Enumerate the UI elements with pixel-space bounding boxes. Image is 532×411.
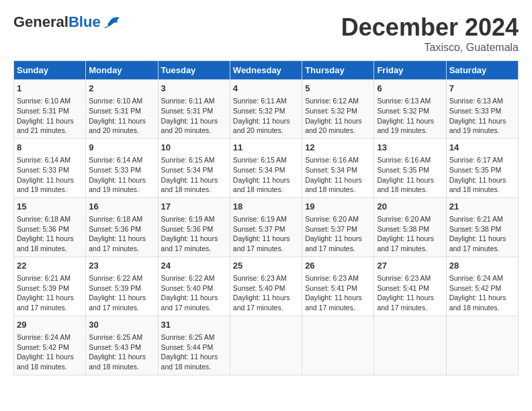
- day-number: 5: [305, 83, 371, 95]
- weekday-header-sunday: Sunday: [14, 61, 86, 80]
- day-number: 29: [17, 319, 83, 331]
- day-info-line: and 17 minutes.: [305, 303, 371, 313]
- day-info-line: Daylight: 11 hours: [17, 234, 83, 244]
- day-number: 2: [89, 83, 154, 95]
- day-info-line: Daylight: 11 hours: [233, 116, 299, 126]
- day-number: 13: [377, 142, 443, 154]
- calendar-cell: 4Sunrise: 6:11 AMSunset: 5:32 PMDaylight…: [230, 80, 302, 139]
- week-row-2: 8Sunrise: 6:14 AMSunset: 5:33 PMDaylight…: [14, 138, 519, 197]
- day-info-line: and 18 minutes.: [377, 185, 443, 195]
- day-info-line: and 20 minutes.: [161, 126, 227, 136]
- day-info-line: Daylight: 11 hours: [17, 352, 83, 362]
- day-info-line: and 17 minutes.: [377, 303, 443, 313]
- calendar-cell: 18Sunrise: 6:19 AMSunset: 5:37 PMDayligh…: [230, 197, 302, 257]
- day-info-line: Daylight: 11 hours: [161, 293, 227, 303]
- day-info-line: Sunrise: 6:14 AM: [89, 155, 154, 165]
- day-info-line: and 19 minutes.: [89, 185, 154, 195]
- day-info-line: and 20 minutes.: [89, 126, 154, 136]
- day-info-line: Daylight: 11 hours: [161, 234, 227, 244]
- day-info-line: Sunrise: 6:23 AM: [377, 273, 443, 283]
- calendar-cell: 9Sunrise: 6:14 AMSunset: 5:33 PMDaylight…: [86, 138, 158, 197]
- calendar-cell: 27Sunrise: 6:23 AMSunset: 5:41 PMDayligh…: [374, 257, 446, 316]
- calendar-cell: 7Sunrise: 6:13 AMSunset: 5:33 PMDaylight…: [446, 80, 518, 139]
- day-info-line: Daylight: 11 hours: [89, 234, 154, 244]
- day-info-line: Daylight: 11 hours: [89, 352, 154, 362]
- week-row-1: 1Sunrise: 6:10 AMSunset: 5:31 PMDaylight…: [14, 80, 519, 139]
- day-number: 18: [233, 201, 299, 213]
- day-info-line: Daylight: 11 hours: [161, 175, 227, 185]
- day-number: 15: [17, 201, 83, 213]
- day-info-line: Sunset: 5:32 PM: [305, 106, 371, 116]
- calendar-cell: 20Sunrise: 6:20 AMSunset: 5:38 PMDayligh…: [374, 197, 446, 257]
- day-number: 14: [449, 142, 515, 154]
- day-info-line: Daylight: 11 hours: [377, 293, 443, 303]
- day-info-line: Sunset: 5:43 PM: [89, 342, 154, 353]
- day-info-line: Sunrise: 6:10 AM: [17, 96, 83, 106]
- day-info-line: Sunrise: 6:25 AM: [89, 332, 154, 342]
- calendar-cell: [230, 316, 302, 375]
- day-info-line: Sunrise: 6:11 AM: [233, 96, 299, 106]
- calendar-header: SundayMondayTuesdayWednesdayThursdayFrid…: [14, 61, 519, 80]
- day-number: 24: [161, 260, 227, 272]
- day-info-line: Sunrise: 6:23 AM: [233, 273, 299, 283]
- day-info-line: and 18 minutes.: [17, 244, 83, 254]
- day-info-line: Sunrise: 6:11 AM: [161, 96, 227, 106]
- day-number: 4: [233, 83, 299, 95]
- day-info-line: Sunrise: 6:21 AM: [449, 214, 515, 224]
- day-info-line: Sunset: 5:35 PM: [449, 165, 515, 175]
- day-info-line: Sunset: 5:38 PM: [377, 224, 443, 234]
- week-row-4: 22Sunrise: 6:21 AMSunset: 5:39 PMDayligh…: [14, 257, 519, 316]
- day-info-line: Sunrise: 6:22 AM: [161, 273, 227, 283]
- day-info-line: Daylight: 11 hours: [377, 175, 443, 185]
- day-number: 3: [161, 83, 227, 95]
- calendar-cell: 3Sunrise: 6:11 AMSunset: 5:31 PMDaylight…: [158, 80, 230, 139]
- calendar-cell: 6Sunrise: 6:13 AMSunset: 5:32 PMDaylight…: [374, 80, 446, 139]
- day-info-line: and 17 minutes.: [305, 244, 371, 254]
- day-info-line: and 17 minutes.: [89, 303, 154, 313]
- calendar-table: SundayMondayTuesdayWednesdayThursdayFrid…: [13, 60, 519, 375]
- day-info-line: and 17 minutes.: [377, 244, 443, 254]
- day-info-line: and 18 minutes.: [305, 185, 371, 195]
- calendar-cell: [374, 316, 446, 375]
- calendar-body: 1Sunrise: 6:10 AMSunset: 5:31 PMDaylight…: [14, 80, 519, 375]
- day-number: 23: [89, 260, 154, 272]
- day-info-line: Sunrise: 6:23 AM: [305, 273, 371, 283]
- calendar-cell: 13Sunrise: 6:16 AMSunset: 5:35 PMDayligh…: [374, 138, 446, 197]
- day-info-line: Daylight: 11 hours: [17, 116, 83, 126]
- day-info-line: and 18 minutes.: [233, 185, 299, 195]
- weekday-header-saturday: Saturday: [446, 61, 518, 80]
- day-number: 17: [161, 201, 227, 213]
- day-info-line: and 18 minutes.: [161, 362, 227, 372]
- weekday-header-wednesday: Wednesday: [230, 61, 302, 80]
- logo-general: General: [13, 13, 69, 30]
- day-info-line: Sunset: 5:39 PM: [89, 283, 154, 293]
- day-number: 12: [305, 142, 371, 154]
- day-number: 31: [161, 319, 227, 331]
- day-info-line: Sunrise: 6:16 AM: [377, 155, 443, 165]
- day-info-line: and 17 minutes.: [89, 244, 154, 254]
- day-info-line: Sunrise: 6:17 AM: [449, 155, 515, 165]
- calendar-cell: 21Sunrise: 6:21 AMSunset: 5:38 PMDayligh…: [446, 197, 518, 257]
- day-info-line: Sunrise: 6:10 AM: [89, 96, 154, 106]
- day-info-line: Sunset: 5:36 PM: [161, 224, 227, 234]
- calendar-cell: 29Sunrise: 6:24 AMSunset: 5:42 PMDayligh…: [14, 316, 86, 375]
- calendar-cell: 22Sunrise: 6:21 AMSunset: 5:39 PMDayligh…: [14, 257, 86, 316]
- day-number: 26: [305, 260, 371, 272]
- calendar-cell: 10Sunrise: 6:15 AMSunset: 5:34 PMDayligh…: [158, 138, 230, 197]
- day-info-line: Daylight: 11 hours: [377, 234, 443, 244]
- calendar-cell: 15Sunrise: 6:18 AMSunset: 5:36 PMDayligh…: [14, 197, 86, 257]
- day-info-line: Sunset: 5:40 PM: [161, 283, 227, 293]
- calendar-cell: 2Sunrise: 6:10 AMSunset: 5:31 PMDaylight…: [86, 80, 158, 139]
- day-info-line: Sunset: 5:33 PM: [17, 165, 83, 175]
- day-info-line: Sunrise: 6:20 AM: [377, 214, 443, 224]
- day-number: 11: [233, 142, 299, 154]
- day-info-line: and 17 minutes.: [449, 244, 515, 254]
- day-number: 28: [449, 260, 515, 272]
- day-info-line: Sunrise: 6:24 AM: [449, 273, 515, 283]
- day-info-line: Daylight: 11 hours: [161, 116, 227, 126]
- calendar-cell: 31Sunrise: 6:25 AMSunset: 5:44 PMDayligh…: [158, 316, 230, 375]
- calendar-cell: 24Sunrise: 6:22 AMSunset: 5:40 PMDayligh…: [158, 257, 230, 316]
- day-number: 10: [161, 142, 227, 154]
- day-number: 21: [449, 201, 515, 213]
- calendar-cell: 12Sunrise: 6:16 AMSunset: 5:34 PMDayligh…: [302, 138, 374, 197]
